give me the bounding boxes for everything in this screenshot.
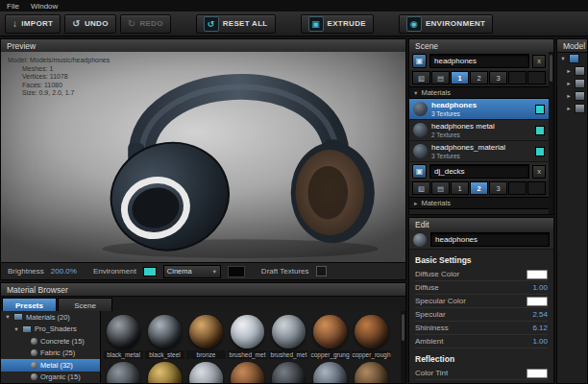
tree-item[interactable]: Metal (32) (1, 359, 100, 372)
edit-field-row: Specular2.54 (415, 308, 548, 322)
material-thumbnail[interactable] (269, 361, 308, 383)
field-value[interactable]: 2.54 (532, 310, 548, 319)
material-thumbnail[interactable]: brushed_met (228, 314, 267, 359)
field-value[interactable]: 1.00 (532, 283, 548, 292)
material-color-swatch[interactable] (535, 126, 545, 135)
material-thumbnail[interactable] (104, 361, 143, 383)
thumbnail-scrollbar[interactable] (401, 311, 405, 383)
model-info-line: Size: 0.9, 2.0, 1.7 (8, 89, 110, 98)
tree-item[interactable]: Concrete (15) (1, 335, 100, 348)
material-row[interactable]: headphones metal2 Textures (409, 120, 549, 141)
edit-object-name[interactable]: headphones (430, 232, 550, 247)
variant-tab-1[interactable]: 1 (451, 181, 469, 195)
environment-icon: ◉ (406, 16, 422, 32)
tree-item[interactable]: ▼Pro_Shaders (1, 324, 100, 336)
model-tree-item[interactable]: ► (557, 102, 587, 114)
mesh-cube-icon[interactable]: ▣ (412, 164, 427, 179)
material-thumbnail[interactable] (186, 361, 226, 383)
material-thumbnail[interactable]: black_steel (145, 314, 184, 359)
redo-button[interactable]: ↻REDO (120, 14, 171, 34)
menu-file[interactable]: File (7, 2, 19, 11)
material-color-swatch[interactable] (535, 147, 545, 156)
model-tree-item[interactable]: ▼ (557, 52, 587, 64)
model-icon (575, 79, 585, 88)
redo-icon: ↻ (128, 19, 136, 29)
field-value[interactable]: 1.00 (532, 337, 548, 346)
scene-object-name[interactable]: dj_decks (429, 164, 529, 179)
material-thumbnail[interactable]: brushed_met (269, 314, 308, 359)
remove-object-button[interactable]: x (532, 165, 546, 179)
material-preview-sphere-icon (413, 233, 427, 247)
environment-button[interactable]: ◉ENVIRONMENT (399, 14, 493, 34)
material-thumbnail[interactable] (228, 361, 267, 383)
scene-scrollbar[interactable] (549, 52, 553, 214)
field-value[interactable]: 6.12 (532, 324, 548, 332)
draft-textures-checkbox[interactable] (316, 266, 327, 276)
preview-footer: Brightness 200.0% Environment Cinema ▼ D… (1, 262, 405, 279)
expand-arrow-icon: ▼ (5, 314, 11, 320)
redo-label: REDO (139, 19, 162, 28)
color-swatch[interactable] (527, 369, 548, 378)
materials-section-label: Materials (421, 199, 450, 207)
shading-icon[interactable]: ▧ (412, 181, 430, 195)
material-thumbnail[interactable] (352, 361, 391, 383)
remove-object-button[interactable]: x (532, 55, 546, 68)
preview-header: Preview (1, 39, 405, 53)
edit-body: headphonesBasic SettingsDiffuse ColorDif… (409, 230, 553, 383)
materials-section-bar[interactable]: ▼Materials (409, 86, 549, 99)
model-tree-item[interactable]: ► (557, 64, 587, 77)
undo-button[interactable]: ↺UNDO (64, 14, 115, 34)
tree-item[interactable]: Fabric (25) (1, 348, 100, 360)
wireframe-icon[interactable]: ▤ (431, 71, 450, 84)
toolbar-spacer (508, 71, 527, 84)
environment-dropdown[interactable]: Cinema ▼ (163, 265, 221, 278)
material-thumbnail[interactable]: black_metal (104, 314, 143, 359)
material-color-swatch[interactable] (535, 105, 545, 114)
extrude-icon: ▣ (308, 16, 324, 32)
shading-icon[interactable]: ▧ (412, 71, 430, 84)
scroll-thumb[interactable] (550, 55, 552, 82)
tab-scene[interactable]: Scene (58, 298, 112, 312)
viewport-3d[interactable]: Model: Models/music/headphonesMeshes: 1V… (1, 52, 405, 263)
mesh-cube-icon[interactable]: ▣ (412, 54, 427, 68)
material-thumbnail[interactable]: copper_grung (310, 314, 350, 359)
material-thumbnail[interactable]: bronze (186, 314, 226, 359)
variant-tab-1[interactable]: 1 (451, 71, 469, 84)
wireframe-icon[interactable]: ▤ (431, 181, 450, 195)
tree-item[interactable]: ▼Materials (20) (1, 311, 100, 324)
color-swatch[interactable] (527, 270, 548, 279)
tab-presets[interactable]: Presets (2, 298, 57, 312)
variant-tab-3[interactable]: 3 (489, 71, 507, 84)
color-swatch[interactable] (527, 297, 548, 306)
material-row[interactable]: headphones3 Textures (409, 99, 549, 120)
environment-color-swatch[interactable] (143, 267, 157, 276)
scroll-thumb[interactable] (402, 314, 404, 341)
collapse-arrow-icon: ► (413, 201, 418, 206)
extrude-button[interactable]: ▣EXTRUDE (301, 14, 374, 34)
variant-tab-2[interactable]: 2 (470, 181, 488, 195)
brightness-value[interactable]: 200.0% (51, 267, 77, 276)
material-preview-sphere-icon (413, 123, 428, 137)
model-tree-item[interactable]: ► (557, 89, 587, 102)
material-thumbnail[interactable] (310, 361, 350, 383)
variant-tab-2[interactable]: 2 (470, 71, 488, 84)
model-tree-item[interactable]: ► (557, 77, 587, 89)
material-row[interactable]: headphones_material3 Textures (409, 141, 549, 162)
variant-tab-3[interactable]: 3 (489, 181, 507, 195)
chevron-down-icon: ▼ (211, 269, 216, 275)
material-thumbnail[interactable] (145, 361, 184, 383)
tree-item[interactable]: Organic (15) (1, 372, 100, 384)
material-thumbnail[interactable]: copper_rough (352, 314, 391, 359)
menu-window[interactable]: Window (31, 2, 58, 11)
import-button[interactable]: ↓IMPORT (5, 14, 61, 34)
material-thumbnail-grid: black_metalblack_steelbronzebrushed_metb… (101, 311, 405, 383)
expand-arrow-icon: ▼ (560, 56, 566, 61)
toolbar-spacer (508, 181, 527, 195)
reset-all-button[interactable]: ↺RESET ALL (196, 14, 276, 34)
edit-section: ReflectionColor TintIntensity50.0% (409, 348, 553, 384)
background-color-swatch[interactable] (228, 266, 245, 277)
materials-section-bar[interactable]: ►Materials (409, 197, 549, 209)
environment-label: Environment (93, 267, 136, 276)
scene-object-name[interactable]: headphones (429, 54, 529, 68)
material-sphere-icon (31, 362, 37, 369)
